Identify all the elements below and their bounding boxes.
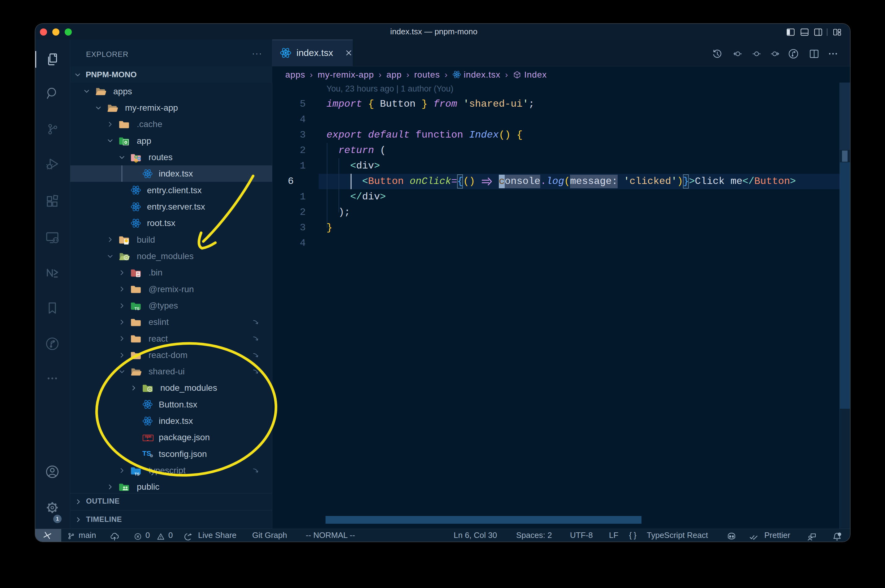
svg-text:js: js xyxy=(149,388,151,391)
svg-text:TS: TS xyxy=(135,472,140,476)
svg-text:TS: TS xyxy=(135,307,140,311)
svg-text:10: 10 xyxy=(137,274,140,277)
svg-text:js: js xyxy=(125,256,128,259)
